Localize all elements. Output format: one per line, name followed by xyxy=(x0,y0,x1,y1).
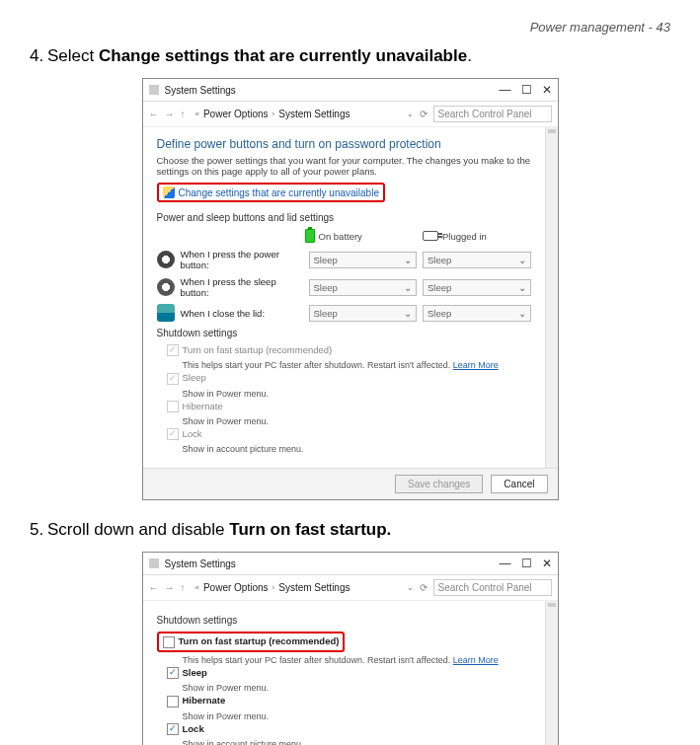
maximize-button[interactable]: ☐ xyxy=(521,557,532,570)
minimize-button[interactable]: — xyxy=(500,557,511,570)
option-description: Show in Power menu. xyxy=(157,389,531,399)
chevron-down-icon: ⌄ xyxy=(404,282,412,293)
battery-icon xyxy=(305,229,315,243)
power-icon xyxy=(157,251,175,268)
breadcrumb[interactable]: « Power Options › System Settings xyxy=(192,580,401,595)
forward-button[interactable]: → xyxy=(165,582,175,593)
forward-button[interactable]: → xyxy=(165,109,175,119)
chevron-right-icon: › xyxy=(272,583,275,592)
option-label: Lock xyxy=(183,723,204,734)
link-text: Change settings that are currently unava… xyxy=(179,187,379,198)
back-button[interactable]: ← xyxy=(149,109,159,119)
option-label: Turn on fast startup (recommended) xyxy=(183,344,333,355)
section-description: Choose the power settings that you want … xyxy=(157,155,531,177)
option-label: Lock xyxy=(183,428,202,439)
on-battery-label: On battery xyxy=(319,231,362,242)
breadcrumb-item[interactable]: System Settings xyxy=(278,582,350,593)
chevron-down-icon: ⌄ xyxy=(518,255,526,265)
breadcrumb-item[interactable]: Power Options xyxy=(203,582,269,593)
app-icon xyxy=(149,559,159,568)
option-description: This helps start your PC faster after sh… xyxy=(157,360,531,370)
back-button[interactable]: ← xyxy=(149,582,159,593)
hibernate-option: Hibernate xyxy=(157,401,531,412)
chevron-left-icon: « xyxy=(195,583,199,592)
chevron-down-icon: ⌄ xyxy=(404,255,412,265)
checkbox xyxy=(167,344,179,356)
breadcrumb-item[interactable]: System Settings xyxy=(278,109,350,119)
titlebar: System Settings — ☐ ✕ xyxy=(143,553,558,575)
up-button[interactable]: ↑ xyxy=(181,582,186,593)
option-description: Show in Power menu. xyxy=(157,416,531,426)
sleep-option[interactable]: Sleep xyxy=(157,667,531,679)
save-changes-button: Save changes xyxy=(395,475,483,493)
option-label: Sleep xyxy=(183,667,207,678)
change-settings-link[interactable]: Change settings that are currently unava… xyxy=(157,183,385,202)
lid-icon xyxy=(157,304,175,322)
option-description: Show in Power menu. xyxy=(157,683,531,693)
subsection-header: Power and sleep buttons and lid settings xyxy=(157,212,531,223)
close-button[interactable]: ✕ xyxy=(542,557,552,570)
fast-startup-option: Turn on fast startup (recommended) xyxy=(157,344,531,356)
breadcrumb-item[interactable]: Power Options xyxy=(203,109,269,119)
refresh-button[interactable]: ⟳ xyxy=(420,582,428,593)
row-label: When I press the power button: xyxy=(181,249,303,270)
option-description: Show in account picture menu. xyxy=(157,739,531,745)
sleep-plugged-select[interactable]: Sleep⌄ xyxy=(423,279,531,296)
dropdown-icon[interactable]: ⌄ xyxy=(407,583,414,592)
window-title: System Settings xyxy=(165,85,500,96)
dropdown-icon[interactable]: ⌄ xyxy=(407,110,414,118)
step-number: 5. xyxy=(30,520,47,540)
search-input[interactable]: Search Control Panel xyxy=(433,106,552,122)
address-bar: ← → ↑ « Power Options › System Settings … xyxy=(143,102,558,127)
step-text-bold: Change settings that are currently unava… xyxy=(99,46,467,65)
learn-more-link[interactable]: Learn More xyxy=(453,655,499,665)
cancel-button[interactable]: Cancel xyxy=(491,475,547,493)
window-system-settings-1: System Settings — ☐ ✕ ← → ↑ « Power Opti… xyxy=(142,78,559,500)
window-title: System Settings xyxy=(165,559,500,569)
titlebar: System Settings — ☐ ✕ xyxy=(143,79,558,102)
checkbox[interactable] xyxy=(167,723,179,735)
app-icon xyxy=(149,85,159,95)
plugged-in-label: Plugged in xyxy=(442,231,487,242)
minimize-button[interactable]: — xyxy=(500,83,511,97)
chevron-down-icon: ⌄ xyxy=(404,308,412,319)
fast-startup-option[interactable]: Turn on fast startup (recommended) xyxy=(157,632,346,651)
sleep-option: Sleep xyxy=(157,372,531,384)
power-battery-select[interactable]: Sleep⌄ xyxy=(309,252,418,268)
search-input[interactable]: Search Control Panel xyxy=(433,579,552,596)
columns-header: On battery Plugged in xyxy=(157,229,531,243)
scrollbar[interactable] xyxy=(545,127,558,468)
section-title: Define power buttons and turn on passwor… xyxy=(157,137,531,151)
hibernate-option[interactable]: Hibernate xyxy=(157,695,531,707)
checkbox[interactable] xyxy=(167,696,179,708)
option-description: Show in account picture menu. xyxy=(157,444,531,454)
lock-option[interactable]: Lock xyxy=(157,723,531,735)
lid-plugged-select[interactable]: Sleep⌄ xyxy=(423,305,531,322)
up-button[interactable]: ↑ xyxy=(181,109,186,119)
checkbox xyxy=(167,373,179,385)
sleep-button-row: When I press the sleep button: Sleep⌄ Sl… xyxy=(157,276,531,298)
option-label: Hibernate xyxy=(183,401,223,411)
button-row: Save changes Cancel xyxy=(143,468,558,499)
checkbox[interactable] xyxy=(167,667,179,679)
checkbox xyxy=(167,401,179,412)
breadcrumb[interactable]: « Power Options › System Settings xyxy=(192,107,401,121)
maximize-button[interactable]: ☐ xyxy=(521,83,532,97)
option-label: Turn on fast startup (recommended) xyxy=(179,635,340,646)
content-body: Define power buttons and turn on passwor… xyxy=(143,127,545,468)
checkbox xyxy=(167,428,179,440)
scrollbar[interactable] xyxy=(545,601,558,745)
window-system-settings-2: System Settings — ☐ ✕ ← → ↑ « Power Opti… xyxy=(142,552,559,745)
lid-battery-select[interactable]: Sleep⌄ xyxy=(309,305,418,322)
learn-more-link[interactable]: Learn More xyxy=(453,360,499,370)
refresh-button[interactable]: ⟳ xyxy=(420,109,428,119)
step-text-pre: Select xyxy=(47,46,99,65)
option-label: Hibernate xyxy=(183,695,226,706)
lock-option: Lock xyxy=(157,428,531,440)
page-header: Power management - 43 xyxy=(30,20,670,35)
checkbox[interactable] xyxy=(163,636,175,648)
power-plugged-select[interactable]: Sleep⌄ xyxy=(423,252,531,268)
close-button[interactable]: ✕ xyxy=(542,83,552,97)
sleep-battery-select[interactable]: Sleep⌄ xyxy=(309,279,418,296)
lid-row: When I close the lid: Sleep⌄ Sleep⌄ xyxy=(157,304,531,322)
